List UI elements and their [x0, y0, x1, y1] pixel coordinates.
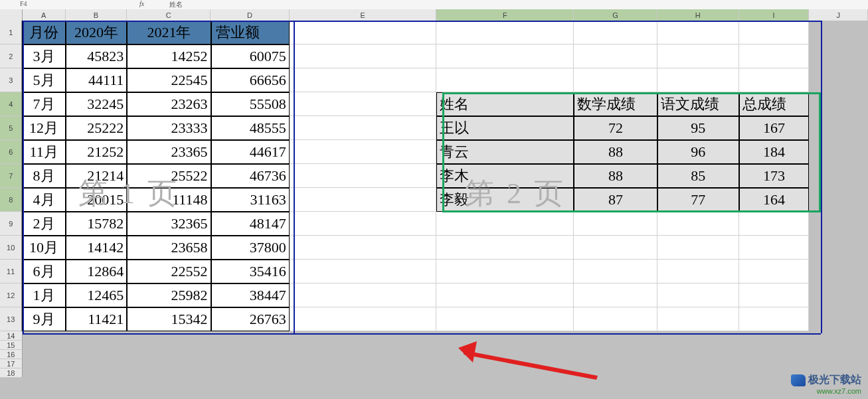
row-header-18[interactable]: 18 [0, 368, 23, 378]
cell-E13[interactable] [290, 307, 437, 331]
cell-I12[interactable] [739, 283, 809, 307]
cell-D2[interactable]: 60075 [211, 44, 290, 68]
cell-H9[interactable] [657, 212, 739, 236]
cell-B6[interactable]: 21252 [66, 140, 128, 164]
cell-A8[interactable]: 4月 [22, 188, 65, 212]
cell-C14[interactable] [127, 331, 211, 341]
cell-H7[interactable]: 85 [657, 164, 739, 188]
cell-H3[interactable] [657, 68, 739, 92]
cell-J4[interactable] [809, 92, 868, 116]
row-header-11[interactable]: 11 [0, 260, 22, 283]
cell-C7[interactable]: 25522 [127, 164, 211, 188]
cell-G7[interactable]: 88 [574, 164, 657, 188]
cell-H5[interactable]: 95 [657, 116, 739, 140]
cell-C13[interactable]: 15342 [127, 307, 211, 331]
cell-B2[interactable]: 45823 [66, 44, 128, 68]
cell-B14[interactable] [66, 331, 128, 341]
cell-F5[interactable]: 王以 [436, 116, 574, 140]
cell-I1[interactable] [739, 21, 809, 44]
cell-D7[interactable]: 46736 [211, 164, 290, 188]
cell-E14[interactable] [290, 331, 437, 341]
row-header-15[interactable]: 15 [0, 341, 23, 350]
row-header-17[interactable]: 17 [0, 359, 23, 368]
cell-B11[interactable]: 12864 [66, 260, 128, 283]
cell-J3[interactable] [809, 68, 868, 92]
cell-D9[interactable]: 48147 [211, 212, 290, 236]
row-header-1[interactable]: 1 [0, 21, 22, 44]
cell-C11[interactable]: 22552 [127, 260, 211, 283]
row-header-7[interactable]: 7 [0, 164, 22, 188]
cell-F4[interactable]: 姓名 [436, 92, 574, 116]
fx-value[interactable]: 姓名 [169, 0, 183, 9]
cell-C9[interactable]: 32365 [127, 212, 211, 236]
col-header-B[interactable]: B [66, 9, 128, 21]
cell-J1[interactable] [809, 21, 868, 44]
cell-A10[interactable]: 10月 [22, 236, 65, 260]
cell-B1[interactable]: 2020年 [66, 21, 128, 44]
cell-E9[interactable] [290, 212, 437, 236]
cell-C2[interactable]: 14252 [127, 44, 211, 68]
cell-D1[interactable]: 营业额 [211, 21, 290, 44]
cell-E8[interactable] [290, 188, 437, 212]
cell-G11[interactable] [574, 260, 657, 283]
cell-F7[interactable]: 李木 [436, 164, 574, 188]
cell-A3[interactable]: 5月 [22, 68, 65, 92]
cell-F14[interactable] [436, 331, 574, 341]
cell-F12[interactable] [436, 283, 574, 307]
col-header-C[interactable]: C [127, 9, 211, 21]
cell-D13[interactable]: 26763 [211, 307, 290, 331]
cell-I7[interactable]: 173 [739, 164, 810, 188]
cell-H8[interactable]: 77 [657, 188, 739, 212]
cell-D11[interactable]: 35416 [211, 260, 290, 283]
cell-J11[interactable] [809, 260, 868, 283]
cell-J12[interactable] [809, 283, 868, 307]
spreadsheet-area[interactable]: A B C D E F G H I J 1 月份 2020年 2021年 营业额… [0, 9, 868, 399]
cell-A13[interactable]: 9月 [22, 307, 65, 331]
cell-G6[interactable]: 88 [574, 140, 657, 164]
cell-A1[interactable]: 月份 [22, 21, 65, 44]
col-header-A[interactable]: A [23, 9, 66, 21]
cell-C5[interactable]: 23333 [127, 116, 211, 140]
cell-C6[interactable]: 23365 [127, 140, 211, 164]
cell-B9[interactable]: 15782 [66, 212, 128, 236]
name-box[interactable]: F4 [20, 0, 27, 7]
row-header-3[interactable]: 3 [0, 68, 22, 92]
cell-A6[interactable]: 11月 [22, 140, 65, 164]
cell-E2[interactable] [290, 44, 437, 68]
cell-E1[interactable] [290, 21, 437, 44]
cell-J14[interactable] [809, 331, 868, 341]
cell-F8[interactable]: 李毅 [436, 188, 574, 212]
cell-B12[interactable]: 12465 [66, 283, 128, 307]
select-all-corner[interactable] [0, 9, 23, 21]
cell-G2[interactable] [574, 44, 657, 68]
cell-B7[interactable]: 21214 [66, 164, 128, 188]
cell-I10[interactable] [739, 236, 809, 260]
cell-A5[interactable]: 12月 [22, 116, 65, 140]
col-header-D[interactable]: D [211, 9, 289, 21]
cell-F13[interactable] [436, 307, 574, 331]
cell-G10[interactable] [574, 236, 657, 260]
cell-D3[interactable]: 66656 [211, 68, 290, 92]
cell-E5[interactable] [290, 116, 437, 140]
cell-E10[interactable] [290, 236, 437, 260]
cell-J9[interactable] [809, 212, 868, 236]
cell-I3[interactable] [739, 68, 809, 92]
cell-G5[interactable]: 72 [574, 116, 657, 140]
cell-J5[interactable] [809, 116, 868, 140]
cell-A11[interactable]: 6月 [22, 260, 65, 283]
cell-H14[interactable] [657, 331, 739, 341]
cell-A14[interactable] [23, 331, 66, 341]
cell-D12[interactable]: 38447 [211, 283, 290, 307]
cell-G13[interactable] [574, 307, 657, 331]
row-header-9[interactable]: 9 [0, 212, 22, 236]
cell-D5[interactable]: 48555 [211, 116, 290, 140]
cell-F10[interactable] [436, 236, 574, 260]
cell-G8[interactable]: 87 [574, 188, 657, 212]
cell-C10[interactable]: 23658 [127, 236, 211, 260]
cell-J10[interactable] [809, 236, 868, 260]
cell-A7[interactable]: 8月 [22, 164, 65, 188]
cell-H1[interactable] [657, 21, 739, 44]
cell-A4[interactable]: 7月 [22, 92, 65, 116]
cell-G9[interactable] [574, 212, 657, 236]
cell-B13[interactable]: 11421 [66, 307, 128, 331]
